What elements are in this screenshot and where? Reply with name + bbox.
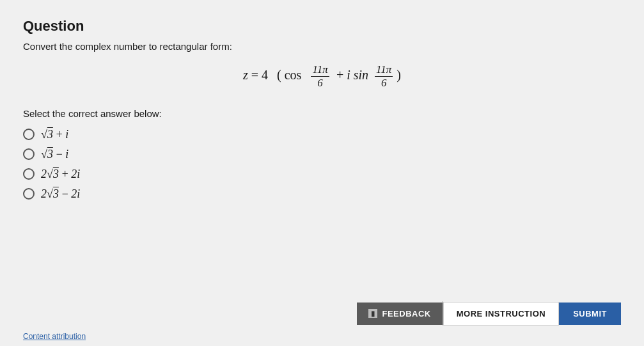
option-2-label: √3 − i	[41, 148, 68, 161]
question-title: Question	[23, 18, 621, 35]
option-1-label: √3 + i	[41, 128, 68, 141]
feedback-button[interactable]: ▮ FEEDBACK	[357, 303, 442, 325]
option-2[interactable]: √3 − i	[23, 148, 621, 161]
more-instruction-label: MORE INSTRUCTION	[457, 309, 546, 318]
feedback-label: FEEDBACK	[382, 309, 430, 318]
option-1[interactable]: √3 + i	[23, 128, 621, 141]
feedback-icon: ▮	[368, 309, 377, 318]
option-4-label: 2√3 − 2i	[41, 187, 80, 201]
option-4[interactable]: 2√3 − 2i	[23, 187, 621, 201]
fraction-denominator-2: 6	[380, 77, 388, 90]
options-list: √3 + i √3 − i 2√3 + 2i 2√3 − 2i	[23, 128, 621, 201]
radio-option-1[interactable]	[23, 129, 35, 140]
formula-container: z = 4 ( cos 11π 6 + i sin 11π 6 )	[23, 63, 621, 90]
fraction-denominator-1: 6	[316, 77, 324, 90]
page-container: Question Convert the complex number to r…	[0, 0, 644, 346]
fraction-numerator-2: 11π	[375, 63, 393, 77]
content-attribution[interactable]: Content attribution	[23, 332, 86, 341]
footer-bar: ▮ FEEDBACK MORE INSTRUCTION SUBMIT	[357, 301, 621, 326]
radio-option-4[interactable]	[23, 188, 35, 200]
formula: z = 4 ( cos 11π 6 + i sin 11π 6 )	[243, 63, 401, 90]
select-label: Select the correct answer below:	[23, 108, 621, 119]
submit-label: SUBMIT	[573, 309, 607, 318]
submit-button[interactable]: SUBMIT	[559, 303, 621, 325]
question-text: Convert the complex number to rectangula…	[23, 41, 621, 52]
more-instruction-button[interactable]: MORE INSTRUCTION	[443, 302, 559, 326]
radio-option-3[interactable]	[23, 168, 35, 180]
fraction-numerator-1: 11π	[311, 63, 329, 77]
radio-option-2[interactable]	[23, 148, 35, 160]
option-3-label: 2√3 + 2i	[41, 168, 80, 181]
option-3[interactable]: 2√3 + 2i	[23, 168, 621, 181]
